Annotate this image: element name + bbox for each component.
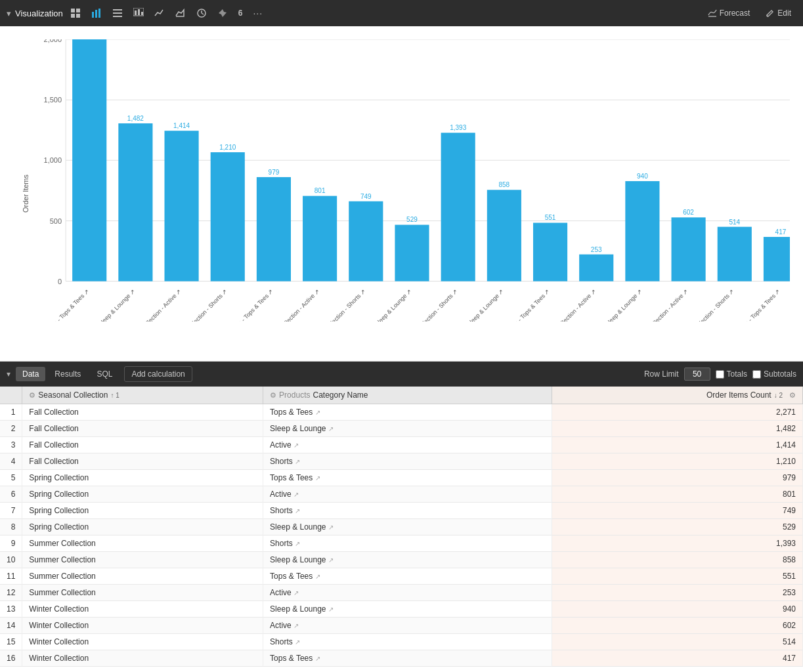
bar-1[interactable] xyxy=(72,39,106,282)
cell-category-name: Tops & Tees ↗ xyxy=(263,470,552,486)
svg-text:858: 858 xyxy=(498,181,510,188)
svg-text:1,000: 1,000 xyxy=(44,156,62,164)
bar-10[interactable] xyxy=(487,190,521,281)
col-seasonal-collection-header[interactable]: ⚙ Seasonal Collection ↑ 1 xyxy=(22,387,263,404)
table-row: 13Winter CollectionSleep & Lounge ↗940 xyxy=(0,601,803,618)
more-icon[interactable]: ··· xyxy=(250,5,266,21)
table-row: 9Summer CollectionShorts ↗1,393 xyxy=(0,536,803,552)
totals-checkbox-label[interactable]: Totals xyxy=(716,369,747,379)
svg-text:Spring Collection - Tops & Tee: Spring Collection - Tops & Tees ↗ xyxy=(207,287,275,322)
bar-6[interactable] xyxy=(303,196,337,282)
tab-sql[interactable]: SQL xyxy=(90,367,119,381)
data-toolbar: ▾ Data Results SQL Add calculation Row L… xyxy=(0,362,803,387)
bar-12[interactable] xyxy=(579,255,613,282)
bar-2[interactable] xyxy=(118,123,152,282)
bar-13[interactable] xyxy=(625,181,659,282)
row-number: 9 xyxy=(0,536,22,552)
cell-seasonal-collection: Fall Collection xyxy=(22,453,263,470)
area-chart-icon[interactable] xyxy=(172,5,189,21)
bar-16[interactable] xyxy=(764,237,790,282)
svg-text:529: 529 xyxy=(406,216,418,223)
svg-text:500: 500 xyxy=(50,217,62,224)
col-order-items-gear[interactable]: ⚙ xyxy=(789,391,796,400)
cell-category-name: Sleep & Lounge ↗ xyxy=(263,601,552,618)
cell-seasonal-collection: Spring Collection xyxy=(22,486,263,503)
bar-11[interactable] xyxy=(533,223,567,282)
bar-3[interactable] xyxy=(165,131,199,281)
bar-5[interactable] xyxy=(257,177,291,282)
line-chart-icon[interactable] xyxy=(151,5,168,21)
row-num-header xyxy=(0,387,22,404)
bar-7[interactable] xyxy=(349,201,383,282)
svg-text:551: 551 xyxy=(545,214,556,221)
cell-order-items-count: 1,210 xyxy=(552,453,803,470)
svg-text:1,414: 1,414 xyxy=(173,122,190,129)
cell-order-items-count: 801 xyxy=(552,486,803,503)
cell-order-items-count: 514 xyxy=(552,634,803,650)
row-number: 5 xyxy=(0,470,22,486)
edit-button[interactable]: Edit xyxy=(760,6,796,20)
svg-rect-8 xyxy=(113,12,122,14)
svg-rect-9 xyxy=(113,16,122,17)
table-view-icon[interactable] xyxy=(67,5,84,21)
number-icon[interactable]: 6 xyxy=(235,6,246,20)
scatter-icon[interactable] xyxy=(130,5,147,21)
row-limit-input[interactable] xyxy=(684,368,710,381)
tab-results[interactable]: Results xyxy=(48,367,87,381)
svg-text:Winter Collection - Tops & Tee: Winter Collection - Tops & Tees ↗ xyxy=(714,287,782,322)
svg-rect-11 xyxy=(135,10,137,15)
cell-order-items-count: 2,271 xyxy=(552,404,803,421)
table-row: 16Winter CollectionTops & Tees ↗417 xyxy=(0,650,803,667)
svg-text:Fall Collection - Shorts ↗: Fall Collection - Shorts ↗ xyxy=(177,287,228,322)
svg-text:1,482: 1,482 xyxy=(127,115,144,122)
cell-seasonal-collection: Winter Collection xyxy=(22,634,263,650)
pin-icon[interactable] xyxy=(214,5,231,21)
cell-order-items-count: 940 xyxy=(552,601,803,618)
col-order-items-sort-icon[interactable]: ↓ 2 xyxy=(774,392,783,399)
svg-text:253: 253 xyxy=(591,245,602,253)
svg-rect-0 xyxy=(71,9,75,12)
cell-order-items-count: 858 xyxy=(552,552,803,568)
totals-checkbox[interactable] xyxy=(716,370,724,379)
data-panel-chevron[interactable]: ▾ xyxy=(7,369,11,379)
clock-icon[interactable] xyxy=(193,5,210,21)
cell-seasonal-collection: Fall Collection xyxy=(22,421,263,437)
tab-data[interactable]: Data xyxy=(16,367,45,381)
subtotals-checkbox-label[interactable]: Subtotals xyxy=(752,369,796,379)
svg-rect-7 xyxy=(113,9,122,10)
y-axis-label: Order Items xyxy=(22,175,30,213)
data-panel: ▾ Data Results SQL Add calculation Row L… xyxy=(0,361,803,667)
bar-14[interactable] xyxy=(672,217,706,281)
col-products-gear[interactable]: ⚙ xyxy=(270,391,276,400)
svg-text:602: 602 xyxy=(683,209,694,216)
list-icon[interactable] xyxy=(109,5,126,21)
col-seasonal-collection-gear[interactable]: ⚙ xyxy=(29,391,35,400)
bar-8[interactable] xyxy=(395,225,429,282)
bar-chart-icon[interactable] xyxy=(88,5,105,21)
table-row: 4Fall CollectionShorts ↗1,210 xyxy=(0,453,803,470)
cell-category-name: Active ↗ xyxy=(263,437,552,453)
table-row: 12Summer CollectionActive ↗253 xyxy=(0,585,803,601)
bar-9[interactable] xyxy=(441,133,475,281)
cell-seasonal-collection: Summer Collection xyxy=(22,536,263,552)
svg-rect-2 xyxy=(71,14,75,18)
cell-seasonal-collection: Winter Collection xyxy=(22,650,263,667)
cell-category-name: Shorts ↗ xyxy=(263,536,552,552)
cell-seasonal-collection: Summer Collection xyxy=(22,552,263,568)
forecast-button[interactable]: Forecast xyxy=(703,6,756,20)
bar-15[interactable] xyxy=(718,227,752,282)
cell-category-name: Shorts ↗ xyxy=(263,634,552,650)
add-calculation-button[interactable]: Add calculation xyxy=(124,366,192,382)
svg-rect-4 xyxy=(92,12,94,18)
table-row: 7Spring CollectionShorts ↗749 xyxy=(0,503,803,519)
bar-4[interactable] xyxy=(211,152,245,282)
col-order-items-header[interactable]: Order Items Count ↓ 2 ⚙ xyxy=(552,387,803,404)
table-row: 10Summer CollectionSleep & Lounge ↗858 xyxy=(0,552,803,568)
chevron-down-icon[interactable]: ▾ xyxy=(7,9,11,18)
col-products-category-header[interactable]: ⚙ Products Category Name xyxy=(263,387,552,404)
col-seasonal-sort-icon[interactable]: ↑ 1 xyxy=(110,392,119,399)
cell-seasonal-collection: Winter Collection xyxy=(22,601,263,618)
row-number: 12 xyxy=(0,585,22,601)
subtotals-checkbox[interactable] xyxy=(752,370,761,379)
svg-text:Fall Collection - Active ↗: Fall Collection - Active ↗ xyxy=(132,287,183,322)
